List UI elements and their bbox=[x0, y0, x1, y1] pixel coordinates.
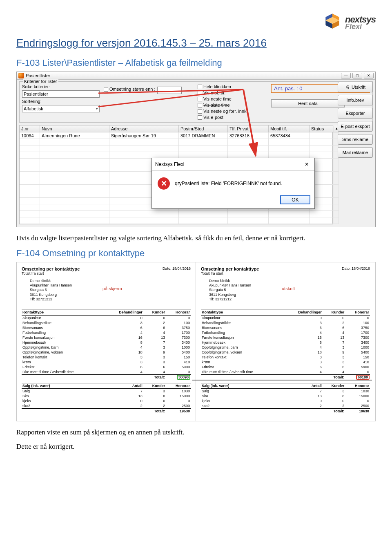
error-icon: ✕ bbox=[158, 177, 170, 190]
vis-epost-checkbox[interactable]: Vis e-post bbox=[198, 115, 267, 120]
vis-siste-time-checkbox[interactable]: Vis siste time bbox=[198, 103, 267, 107]
table-row: . bbox=[20, 217, 332, 224]
vis-mobtlf-checkbox[interactable]: Vis mob.tlf. bbox=[198, 90, 267, 95]
soke-label: Søke kriterier: bbox=[22, 84, 100, 89]
dialog-ok-button[interactable]: OK bbox=[280, 195, 310, 204]
error-dialog: Nextsys Flexi ✕ ✕ qryPasientListe: Field… bbox=[151, 158, 315, 209]
table-row: Hjemmebesøk873400 bbox=[22, 340, 191, 345]
report-left: Omsetning per kontakttype Totalt fra sta… bbox=[17, 262, 196, 421]
table-row: Behandlingstrikke32100 bbox=[201, 320, 370, 325]
report-title: Omsetning per kontakttype bbox=[22, 266, 80, 271]
table-row: . bbox=[20, 139, 332, 145]
table-row: Bioresonans663750 bbox=[22, 325, 191, 330]
grid-header: J.nr Navn Adresse Postnr/Sted Tlf. Priva… bbox=[20, 125, 332, 132]
sortering-label: Sortering: bbox=[22, 99, 100, 104]
sms-reklame-button[interactable]: Sms reklame bbox=[338, 134, 373, 145]
col-status[interactable]: Status bbox=[310, 125, 334, 132]
dialog-title: Nextsys Flexi bbox=[155, 161, 184, 167]
window-titlebar: Pasientlister — ▢ ✕ bbox=[17, 72, 375, 80]
col-postnrsted[interactable]: Postnr/Sted bbox=[179, 125, 228, 132]
table-row: Ikke møtt til time / avbestilt time440 bbox=[22, 369, 191, 375]
hele-klinikken-checkbox[interactable]: Hele klinikken bbox=[198, 84, 267, 89]
vis-neste-time-checkbox[interactable]: Vis neste time bbox=[198, 96, 267, 101]
vis-neste-forr-checkbox[interactable]: Vis neste og forr. innk. bbox=[198, 109, 267, 114]
sortering-value: Alfabetisk bbox=[24, 106, 43, 111]
utskrift-button[interactable]: 🖨Utskrift bbox=[338, 82, 373, 92]
table-row: krøm33410 bbox=[22, 360, 191, 365]
report-date: Dato: 18/04/2016 bbox=[163, 266, 191, 271]
report-title: Omsetning per kontakttype bbox=[201, 266, 259, 271]
logo-mark-icon bbox=[322, 12, 343, 33]
report-table-right: Kontakttype Behandlinger Kunder Honorar … bbox=[201, 309, 370, 414]
table-row: Første konsultasjon15137300 bbox=[201, 335, 370, 340]
table-row: Fotbehandling441700 bbox=[22, 330, 191, 335]
table-row: Fritekst665900 bbox=[201, 365, 370, 369]
section-f104-heading: F-104 Omsetning pr kontakttype bbox=[16, 248, 376, 259]
table-row: Første konsultasjon16137300 bbox=[22, 335, 191, 340]
report-right: Omsetning per kontakttype Totalt fra sta… bbox=[196, 262, 375, 421]
page-title: Endringslogg for versjon 2016.145.3 – 25… bbox=[16, 37, 376, 49]
table-row: Sko13815000 bbox=[201, 394, 370, 398]
eksporter-button[interactable]: Eksporter bbox=[338, 108, 373, 119]
table-row: Salg731030 bbox=[22, 388, 191, 394]
table-row: Fotbehandling441700 bbox=[201, 330, 370, 335]
criteria-groupbox: Kriterier for lister Søke kriterier: Pas… bbox=[19, 81, 373, 123]
report-date: Dato: 18/04/2016 bbox=[342, 266, 370, 271]
table-row: Sko13815000 bbox=[22, 394, 191, 398]
pasientlister-window: Pasientlister — ▢ ✕ Kriterier for lister… bbox=[16, 72, 376, 227]
col-tlfprivat[interactable]: Tlf. Privat bbox=[228, 125, 269, 132]
table-row: kjeks000 bbox=[22, 398, 191, 403]
report-subtitle: Totalt fra start bbox=[22, 271, 80, 275]
window-close-button[interactable]: ✕ bbox=[364, 73, 374, 78]
table-row: Oppfølgingstime, voksen1895400 bbox=[201, 350, 370, 355]
epost-eksport-button[interactable]: E-post eksport bbox=[338, 121, 373, 132]
hent-data-button[interactable]: Hent data bbox=[271, 99, 345, 107]
table-row: Telefon kontakt33150 bbox=[201, 355, 370, 360]
chevron-down-icon: ▾ bbox=[96, 107, 98, 111]
dialog-close-button[interactable]: ✕ bbox=[302, 161, 311, 168]
col-navn[interactable]: Navn bbox=[40, 125, 109, 132]
printer-icon: 🖨 bbox=[345, 85, 350, 90]
window-icon bbox=[18, 73, 24, 78]
annot-utskrift: utskrift bbox=[282, 286, 295, 291]
mail-reklame-button[interactable]: Mail reklame bbox=[338, 147, 373, 158]
table-row: Oppfølgingstime, barn431000 bbox=[22, 345, 191, 350]
table-row: Bioresonans663750 bbox=[201, 325, 370, 330]
table-row: Oppfølgingstime, voksen1895400 bbox=[22, 350, 191, 355]
dialog-message: qryPasientListe: Field 'FORRIGEINNK' not… bbox=[175, 181, 282, 186]
section-f103-body: Hvis du valgte lister\pasientlister og v… bbox=[16, 234, 376, 243]
table-row: . bbox=[20, 145, 332, 152]
infobrev-button[interactable]: Info.brev bbox=[338, 95, 373, 105]
section-f103-heading: F-103 Lister\Pasientlister – Alfabetisk … bbox=[16, 58, 376, 68]
omsetning-checkbox[interactable]: Omsetning større enn : bbox=[104, 87, 156, 92]
side-button-column: 🖨Utskrift Info.brev Eksporter E-post eks… bbox=[338, 82, 373, 158]
window-minimize-button[interactable]: — bbox=[341, 73, 351, 78]
table-row: Oppfølgingstime, barn431000 bbox=[201, 345, 370, 350]
omsetning-input[interactable] bbox=[157, 87, 182, 94]
window-title: Pasientlister bbox=[26, 73, 50, 78]
soke-combo[interactable]: Pasientlister bbox=[22, 90, 100, 98]
report-table-left: Kontakttype Behandlinger Kunder Honorar … bbox=[22, 309, 191, 414]
table-row: Behandlingstrikke32100 bbox=[22, 320, 191, 325]
col-adresse[interactable]: Adresse bbox=[109, 125, 179, 132]
col-jnr[interactable]: J.nr bbox=[20, 125, 40, 132]
col-mobiltlf[interactable]: Mobil tlf. bbox=[269, 125, 310, 132]
report-subtitle: Totalt fra start bbox=[201, 271, 259, 275]
table-row: krøm33410 bbox=[201, 360, 370, 365]
table-row: sko2222500 bbox=[22, 403, 191, 409]
table-row: Telefon kontakt33150 bbox=[22, 355, 191, 360]
groupbox-legend: Kriterier for lister bbox=[23, 79, 58, 84]
section-f104-body2: Dette er nå korrigert. bbox=[16, 442, 376, 452]
table-row: Ikke møtt til time / avbestilt time440 bbox=[201, 369, 370, 375]
section-f104-body1: Rapporten viste en sum på skjermen og en… bbox=[16, 428, 376, 437]
table-row[interactable]: 10064 Almenningen Rune Sigeråshaugen Sør… bbox=[20, 132, 332, 139]
annot-pa-skjerm: på skjerm bbox=[102, 286, 122, 291]
table-row: Akupunktur000 bbox=[201, 316, 370, 321]
table-row: Akupunktur000 bbox=[22, 316, 191, 321]
sortering-combo[interactable]: Alfabetisk ▾ bbox=[22, 105, 100, 112]
window-maximize-button[interactable]: ▢ bbox=[352, 73, 362, 78]
soke-value: Pasientlister bbox=[24, 92, 48, 96]
table-row: Fritekst665900 bbox=[22, 365, 191, 369]
report-comparison: Omsetning per kontakttype Totalt fra sta… bbox=[16, 262, 376, 421]
table-row: Salg731030 bbox=[201, 388, 370, 394]
